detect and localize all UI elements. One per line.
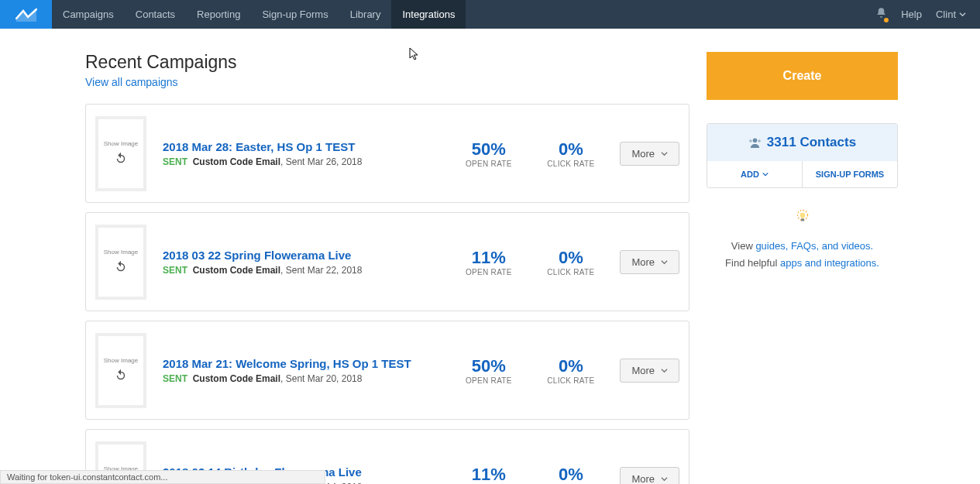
campaign-meta: SENT Custom Code Email, Sent Mar 20, 201… bbox=[163, 373, 439, 384]
main-nav: Campaigns Contacts Reporting Sign-up For… bbox=[52, 0, 466, 29]
chevron-down-icon bbox=[762, 171, 769, 177]
open-rate-stat: 50% OPEN RATE bbox=[456, 356, 521, 385]
campaign-body: 2018 Mar 21: Welcome Spring, HS Op 1 TES… bbox=[163, 357, 439, 384]
tips-line-2: Find helpful apps and integrations. bbox=[707, 255, 898, 272]
click-rate-label: CLICK RATE bbox=[538, 376, 603, 385]
browser-status-bar: Waiting for token-ui.constantcontact.com… bbox=[0, 470, 325, 484]
status-badge: SENT bbox=[163, 373, 187, 384]
contacts-panel: 3311 Contacts ADD SIGN-UP FORMS bbox=[707, 123, 898, 188]
more-button[interactable]: More bbox=[620, 250, 679, 274]
logo-icon bbox=[15, 8, 37, 22]
click-rate-value: 0% bbox=[538, 465, 603, 485]
nav-contacts[interactable]: Contacts bbox=[125, 0, 186, 29]
click-rate-stat: 0% CLICK RATE bbox=[538, 465, 603, 485]
svg-point-0 bbox=[753, 138, 758, 142]
guides-link[interactable]: guides, FAQs, and videos. bbox=[755, 240, 873, 252]
open-rate-label: OPEN RATE bbox=[456, 376, 521, 385]
campaign-thumbnail[interactable]: Show Image bbox=[95, 225, 146, 300]
app-header: Campaigns Contacts Reporting Sign-up For… bbox=[0, 0, 980, 29]
reload-icon bbox=[114, 152, 128, 166]
status-badge: SENT bbox=[163, 265, 187, 276]
open-rate-label: OPEN RATE bbox=[456, 268, 521, 276]
nav-library[interactable]: Library bbox=[339, 0, 392, 29]
tips-line-1: View guides, FAQs, and videos. bbox=[707, 238, 898, 255]
campaign-meta: SENT Custom Code Email, Sent Mar 26, 201… bbox=[163, 156, 439, 167]
reload-icon bbox=[114, 369, 128, 383]
thumbnail-label: Show Image bbox=[104, 358, 138, 365]
chevron-down-icon bbox=[959, 11, 966, 18]
people-icon bbox=[748, 137, 762, 148]
chevron-down-icon bbox=[661, 150, 668, 157]
nav-reporting[interactable]: Reporting bbox=[186, 0, 251, 29]
campaign-body: 2018 03 22 Spring Flowerama Live SENT Cu… bbox=[163, 249, 439, 276]
open-rate-value: 11% bbox=[456, 248, 521, 268]
create-button[interactable]: Create bbox=[707, 52, 898, 100]
reload-icon bbox=[114, 260, 128, 274]
campaign-card: Show Image 2018 03 22 Spring Flowerama L… bbox=[85, 212, 689, 311]
tips-section: View guides, FAQs, and videos. Find help… bbox=[707, 207, 898, 272]
click-rate-stat: 0% CLICK RATE bbox=[538, 248, 603, 276]
chevron-down-icon bbox=[661, 367, 668, 374]
lightbulb-icon bbox=[793, 207, 813, 227]
click-rate-value: 0% bbox=[538, 139, 603, 160]
click-rate-label: CLICK RATE bbox=[538, 160, 603, 168]
apps-link[interactable]: apps and integrations. bbox=[780, 257, 879, 269]
campaign-card: Show Image 2018 Mar 28: Easter, HS Op 1 … bbox=[85, 104, 689, 203]
contacts-count-link[interactable]: 3311 Contacts bbox=[707, 124, 897, 161]
campaign-type: Custom Code Email bbox=[193, 265, 280, 276]
svg-rect-4 bbox=[800, 218, 803, 221]
open-rate-label: OPEN RATE bbox=[456, 160, 521, 168]
svg-point-1 bbox=[749, 139, 752, 142]
notification-dot-icon bbox=[884, 18, 889, 22]
sent-date: , Sent Mar 22, 2018 bbox=[280, 265, 362, 276]
more-button[interactable]: More bbox=[620, 467, 679, 485]
campaign-card: Show Image 2018 Mar 21: Welcome Spring, … bbox=[85, 321, 689, 420]
user-menu[interactable]: Clint bbox=[936, 9, 966, 20]
chevron-down-icon bbox=[661, 475, 668, 482]
nav-integrations[interactable]: Integrations bbox=[391, 0, 466, 29]
more-button[interactable]: More bbox=[620, 359, 679, 383]
page-title: Recent Campaigns bbox=[85, 52, 689, 73]
user-name: Clint bbox=[936, 9, 956, 20]
click-rate-stat: 0% CLICK RATE bbox=[538, 139, 603, 168]
click-rate-value: 0% bbox=[538, 248, 603, 268]
campaign-meta: SENT Custom Code Email, Sent Mar 22, 201… bbox=[163, 265, 439, 276]
view-all-campaigns-link[interactable]: View all campaigns bbox=[85, 76, 689, 88]
open-rate-stat: 50% OPEN RATE bbox=[456, 139, 521, 168]
sent-date: , Sent Mar 20, 2018 bbox=[280, 373, 362, 384]
campaign-body: 2018 Mar 28: Easter, HS Op 1 TEST SENT C… bbox=[163, 140, 439, 167]
signup-forms-button[interactable]: SIGN-UP FORMS bbox=[803, 161, 897, 187]
logo[interactable] bbox=[0, 0, 52, 29]
open-rate-stat: 11% OPEN RATE bbox=[456, 248, 521, 276]
open-rate-value: 50% bbox=[456, 139, 521, 160]
svg-point-2 bbox=[758, 139, 761, 142]
thumbnail-label: Show Image bbox=[104, 141, 138, 148]
campaign-thumbnail[interactable]: Show Image bbox=[95, 333, 146, 408]
open-rate-value: 11% bbox=[456, 465, 521, 485]
add-contacts-button[interactable]: ADD bbox=[707, 161, 803, 187]
more-button[interactable]: More bbox=[620, 142, 679, 166]
chevron-down-icon bbox=[661, 259, 668, 266]
open-rate-stat: 11% OPEN RATE bbox=[456, 465, 521, 485]
campaign-title[interactable]: 2018 Mar 21: Welcome Spring, HS Op 1 TES… bbox=[163, 357, 439, 370]
campaign-title[interactable]: 2018 Mar 28: Easter, HS Op 1 TEST bbox=[163, 140, 439, 153]
campaign-type: Custom Code Email bbox=[193, 373, 280, 384]
help-link[interactable]: Help bbox=[901, 9, 922, 20]
sent-date: , Sent Mar 26, 2018 bbox=[280, 156, 362, 167]
nav-signup-forms[interactable]: Sign-up Forms bbox=[251, 0, 339, 29]
click-rate-stat: 0% CLICK RATE bbox=[538, 356, 603, 385]
status-badge: SENT bbox=[163, 156, 187, 167]
click-rate-value: 0% bbox=[538, 356, 603, 376]
notifications-icon[interactable] bbox=[875, 7, 887, 22]
header-right: Help Clint bbox=[875, 7, 980, 22]
open-rate-value: 50% bbox=[456, 356, 521, 376]
nav-campaigns[interactable]: Campaigns bbox=[52, 0, 125, 29]
click-rate-label: CLICK RATE bbox=[538, 268, 603, 276]
campaign-title[interactable]: 2018 03 22 Spring Flowerama Live bbox=[163, 249, 439, 262]
contacts-count: 3311 Contacts bbox=[767, 135, 856, 150]
thumbnail-label: Show Image bbox=[104, 249, 138, 256]
campaign-thumbnail[interactable]: Show Image bbox=[95, 116, 146, 191]
campaign-type: Custom Code Email bbox=[193, 156, 280, 167]
